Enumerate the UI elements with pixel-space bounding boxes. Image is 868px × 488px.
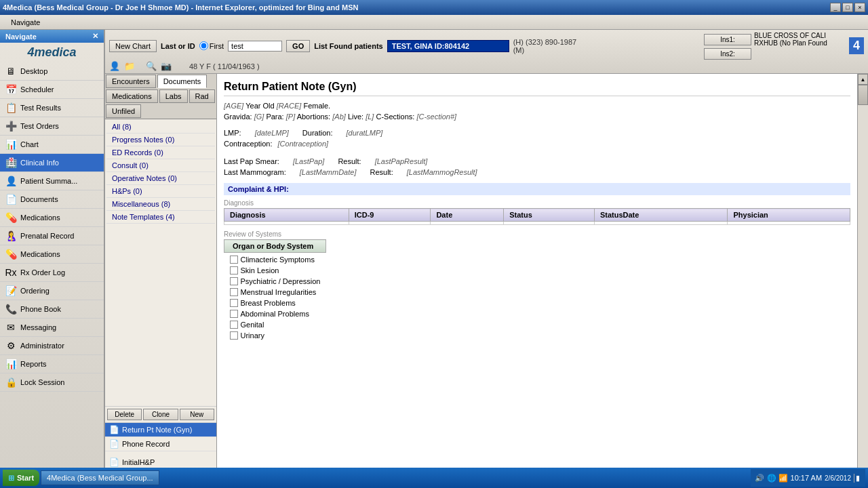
search-icon[interactable]: 🔍 (146, 61, 157, 71)
sidebar-item-test-results[interactable]: 📋 Test Results (0, 99, 104, 117)
ros-checkbox[interactable] (230, 321, 238, 329)
first-label: First (210, 42, 224, 50)
first-radio[interactable] (199, 41, 208, 50)
minimize-button[interactable]: _ (830, 3, 841, 12)
window-controls[interactable]: _ □ × (830, 3, 865, 12)
camera-icon[interactable]: 📷 (161, 61, 172, 71)
scroll-thumb[interactable] (858, 85, 868, 105)
sidebar-item-label: Medications (20, 250, 60, 258)
nav-note-templates[interactable]: Note Templates (4) (106, 211, 215, 224)
sidebar-item-reports[interactable]: 📊 Reports (0, 355, 104, 373)
sidebar-item-prenatal-record[interactable]: 🤱 Prenatal Record (0, 227, 104, 245)
sidebar-item-label: Test Results (20, 104, 61, 112)
last-id-input[interactable] (228, 41, 282, 52)
window-title: 4Medica (Bess Medical Group - Dr Joe H S… (3, 3, 358, 12)
sidebar-item-label: Medications (20, 214, 60, 222)
patient-age: 48 Y F ( 11/04/1963 ) (189, 62, 260, 70)
doc-return-pt-note[interactable]: 📄 Return Pt Note (Gyn) (105, 423, 216, 437)
start-button[interactable]: ⊞ Start (3, 470, 39, 486)
ros-checkbox[interactable] (230, 256, 238, 264)
person-icon[interactable]: 👤 (109, 61, 120, 71)
show-desktop-icon[interactable]: ▮ (854, 474, 861, 483)
nav-progress-notes[interactable]: Progress Notes (0) (106, 134, 215, 146)
diagnosis-section: Diagnosis Diagnosis ICD-9 Date Status St… (224, 199, 850, 225)
close-button[interactable]: × (854, 3, 865, 12)
sidebar-item-test-orders[interactable]: ➕ Test Orders (0, 117, 104, 136)
ros-table: Organ or Body System Climacteric Symptom… (224, 239, 326, 342)
sidebar-item-medications[interactable]: 💊 Medications (0, 209, 104, 227)
messaging-icon: ✉ (4, 321, 18, 334)
nav-ed-records[interactable]: ED Records (0) (106, 146, 215, 159)
lmp-row: LMP: [dateLMP] Duration: [duratLMP] (224, 129, 850, 137)
doc-phone-record[interactable]: 📄 Phone Record (105, 437, 216, 451)
sidebar-close-icon[interactable]: ✕ (92, 32, 98, 41)
new-chart-button[interactable]: New Chart (109, 40, 157, 52)
sidebar-item-messaging[interactable]: ✉ Messaging (0, 319, 104, 337)
sidebar-item-medications2[interactable]: 💊 Medications (0, 245, 104, 264)
toolbar-row1: New Chart Last or ID First GO List Found… (109, 32, 864, 60)
spacer-v (224, 123, 850, 129)
complaint-label: Complaint & HPI: (228, 185, 289, 193)
sidebar-item-lock-session[interactable]: 🔒 Lock Session (0, 373, 104, 392)
sidebar-item-desktop[interactable]: 🖥 Desktop (0, 62, 104, 81)
sidebar-item-documents[interactable]: 📄 Documents (0, 190, 104, 209)
sidebar-item-rx-order-log[interactable]: Rx Rx Order Log (0, 264, 104, 282)
ros-checkbox[interactable] (230, 331, 238, 340)
ros-checkbox[interactable] (230, 288, 238, 296)
chart-icon: 📊 (4, 138, 18, 151)
tab-encounters[interactable]: Encounters (106, 75, 156, 88)
delete-button[interactable]: Delete (107, 409, 142, 420)
maximize-button[interactable]: □ (842, 3, 853, 12)
nav-haps[interactable]: H&Ps (0) (106, 185, 215, 198)
ros-checkbox[interactable] (230, 299, 238, 307)
cell-icd9 (349, 222, 431, 225)
ros-cell: Climacteric Symptoms Skin Lesion Psychia… (224, 253, 326, 343)
folder-icon[interactable]: 📁 (124, 61, 135, 71)
sidebar-item-label: Prenatal Record (20, 232, 75, 240)
col-status: Status (504, 209, 595, 222)
nav-miscellaneous[interactable]: Miscellaneous (8) (106, 198, 215, 211)
tab-labs[interactable]: Labs (159, 89, 188, 103)
sidebar-item-patient-summary[interactable]: 👤 Patient Summa... (0, 172, 104, 190)
administrator-icon: ⚙ (4, 339, 18, 352)
clone-button[interactable]: Clone (143, 409, 178, 420)
mammo-row: Last Mammogram: [LastMammDate] Result: [… (224, 168, 850, 176)
nav-consult[interactable]: Consult (0) (106, 159, 215, 172)
ins1-button[interactable]: Ins1: (704, 34, 751, 45)
nav-operative-notes[interactable]: Operative Notes (0) (106, 172, 215, 185)
sidebar-item-label: Rx Order Log (20, 268, 65, 277)
sidebar-item-clinical-info[interactable]: 🏥 Clinical Info (0, 154, 104, 172)
reports-icon: 📊 (4, 357, 18, 371)
nav-all[interactable]: All (8) (106, 121, 215, 134)
new-button[interactable]: New (180, 409, 214, 420)
patient-dropdown[interactable]: TEST, GINA ID:804142 (387, 40, 509, 52)
scheduler-icon: 📅 (4, 83, 18, 96)
abortions-label: Abortions: (297, 113, 333, 121)
go-button[interactable]: GO (286, 40, 310, 52)
ins2-button[interactable]: Ins2: (704, 48, 751, 60)
sidebar-item-administrator[interactable]: ⚙ Administrator (0, 337, 104, 355)
test-orders-icon: ➕ (4, 119, 18, 133)
doc-icon: 📄 (109, 425, 119, 434)
sidebar-item-label: Phone Book (20, 305, 61, 313)
tab-unfiled[interactable]: Unfiled (106, 104, 141, 118)
sidebar-item-ordering[interactable]: 📝 Ordering (0, 282, 104, 300)
scroll-up-button[interactable]: ▲ (858, 74, 868, 85)
sidebar-item-phone-book[interactable]: 📞 Phone Book (0, 300, 104, 319)
ros-checkbox[interactable] (230, 310, 238, 318)
lmp-value: [dateLMP] (255, 129, 289, 137)
ros-item-label: Climacteric Symptoms (241, 256, 315, 264)
ros-checkbox[interactable] (230, 266, 238, 274)
navigate-menu[interactable]: Navigate (5, 17, 45, 28)
ros-checkbox[interactable] (230, 277, 238, 285)
four-button[interactable]: 4 (849, 37, 864, 54)
para-value: [P] (286, 113, 295, 121)
toolbar-row2: 👤 📁 🔍 📷 48 Y F ( 11/04/1963 ) (109, 61, 864, 71)
sidebar-item-chart[interactable]: 📊 Chart (0, 136, 104, 154)
sidebar-item-scheduler[interactable]: 📅 Scheduler (0, 81, 104, 99)
top-area: New Chart Last or ID First GO List Found… (105, 30, 868, 488)
tab-documents[interactable]: Documents (157, 75, 208, 88)
tab-rad[interactable]: Rad (189, 89, 215, 103)
tab-medications[interactable]: Medications (106, 89, 158, 103)
taskbar-item-4medica[interactable]: 4Medica (Bess Medical Group... (41, 470, 159, 485)
